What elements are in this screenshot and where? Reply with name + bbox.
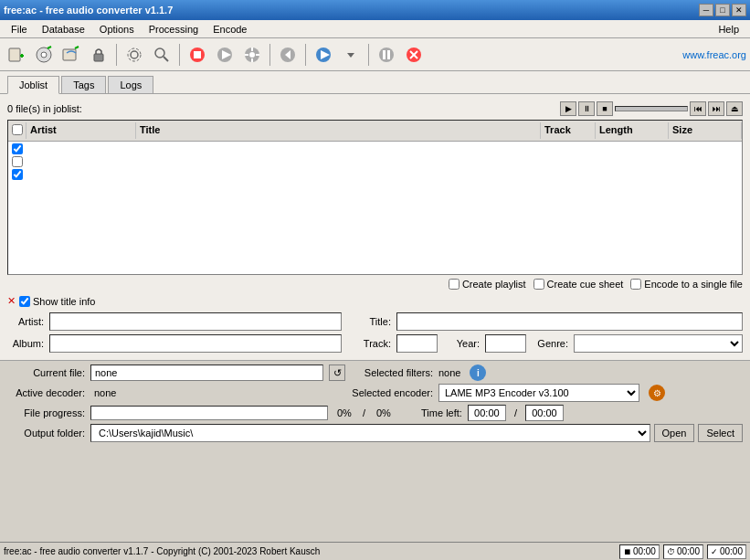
close-button[interactable]: ✕ [732, 4, 746, 16]
col-checkbox [8, 122, 26, 139]
encoder-select[interactable]: LAME MP3 Encoder v3.100 [438, 384, 639, 402]
create-playlist-label[interactable]: Create playlist [449, 279, 526, 290]
output-folder-select[interactable]: C:\Users\kajid\Music\ [90, 424, 650, 442]
time-icon-3: ✓ [711, 547, 718, 556]
separator-3 [269, 44, 270, 66]
status-bar-text: free:ac - free audio converter v1.1.7 - … [4, 546, 619, 556]
menu-options[interactable]: Options [92, 22, 142, 37]
svg-point-18 [249, 52, 255, 58]
artist-label: Artist: [7, 316, 44, 327]
joblist-controls: 0 file(s) in joblist: ▶ ⏸ ■ ⏮ ⏭ ⏏ [7, 98, 743, 120]
artist-title-row: Artist: Title: [7, 312, 743, 331]
add-cd-button[interactable] [31, 42, 57, 68]
menu-encode[interactable]: Encode [206, 22, 254, 37]
open-button[interactable]: Open [654, 424, 695, 442]
play-ctrl-button[interactable]: ▶ [560, 101, 576, 116]
encoder-config-button[interactable]: ⚙ [649, 385, 665, 401]
joblist-info: 0 file(s) in joblist: [7, 103, 556, 114]
show-title-checkbox[interactable] [19, 296, 30, 307]
list-checkboxes [8, 142, 742, 182]
checkbox-1[interactable] [12, 143, 23, 154]
encode-down-button[interactable] [338, 42, 364, 68]
pause-ctrl-button[interactable]: ⏸ [578, 101, 595, 116]
stop-ctrl-button[interactable]: ■ [597, 101, 613, 116]
file-progress-row: File progress: 0% / 0% Time left: / [7, 405, 743, 421]
genre-label: Genre: [532, 338, 568, 349]
checkbox-2[interactable] [12, 156, 23, 167]
time-display-2: ⏱ 00:00 [663, 544, 703, 559]
svg-rect-21 [245, 54, 248, 56]
search-button[interactable] [149, 42, 174, 68]
svg-rect-22 [256, 54, 259, 56]
active-decoder-value: none [90, 387, 323, 398]
encode-play-button[interactable] [311, 42, 336, 68]
back-button[interactable] [275, 42, 301, 68]
lock-button[interactable] [86, 42, 111, 68]
eject-ctrl-button[interactable]: ⏏ [726, 101, 743, 116]
menu-database[interactable]: Database [35, 22, 92, 37]
album-input[interactable] [49, 334, 342, 353]
svg-point-9 [131, 51, 138, 58]
tab-joblist[interactable]: Joblist [7, 76, 59, 94]
settings-button[interactable] [121, 42, 147, 68]
active-decoder-label: Active decoder: [7, 387, 85, 398]
filters-info-button[interactable]: i [470, 365, 486, 381]
config-btn[interactable] [239, 42, 265, 68]
encode-single-checkbox[interactable] [630, 279, 641, 290]
current-file-row: Current file: ↺ Selected filters: none i [7, 365, 743, 381]
tab-logs[interactable]: Logs [108, 76, 153, 93]
title-input[interactable] [396, 312, 743, 331]
menu-processing[interactable]: Processing [142, 22, 206, 37]
artist-input[interactable] [49, 312, 342, 331]
time-value-3: 00:00 [720, 546, 743, 556]
add-url-button[interactable] [58, 42, 84, 68]
menu-help[interactable]: Help [711, 22, 746, 37]
checkbox-3[interactable] [12, 169, 23, 180]
play-controls: ▶ ⏸ ■ ⏮ ⏭ ⏏ [560, 101, 743, 116]
menu-file[interactable]: File [4, 22, 35, 37]
show-title-toggle-label[interactable]: Show title info [19, 296, 95, 307]
svg-point-11 [155, 48, 164, 58]
svg-point-28 [379, 48, 394, 62]
pause-button[interactable] [374, 42, 399, 68]
refresh-button[interactable]: ↺ [329, 365, 345, 381]
svg-rect-29 [383, 50, 386, 59]
separator-2 [179, 44, 180, 66]
time-display-3: ✓ 00:00 [707, 544, 746, 559]
menu-bar: File Database Options Processing Encode … [0, 20, 750, 38]
album-label: Album: [7, 338, 44, 349]
status-bar-times: ⏹ 00:00 ⏱ 00:00 ✓ 00:00 [619, 544, 746, 559]
create-cue-sheet-checkbox[interactable] [533, 279, 544, 290]
prev-ctrl-button[interactable]: ⏮ [690, 101, 706, 116]
track-input[interactable] [396, 334, 438, 353]
genre-select[interactable] [574, 334, 743, 353]
tab-tags[interactable]: Tags [61, 76, 106, 93]
encode-single-label[interactable]: Encode to a single file [630, 279, 743, 290]
title-info-form: Artist: Title: Album: Track: Year: Genre… [7, 312, 743, 353]
svg-line-12 [164, 57, 168, 61]
select-button[interactable]: Select [698, 424, 743, 442]
file-list: Artist Title Track Length Size [7, 120, 743, 275]
album-track-row: Album: Track: Year: Genre: [7, 334, 743, 353]
svg-line-7 [75, 47, 79, 48]
options-row: Create playlist Create cue sheet Encode … [7, 275, 743, 293]
next-ctrl-button[interactable]: ⏭ [708, 101, 724, 116]
website-link[interactable]: www.freac.org [682, 49, 746, 60]
total-percent: 0% [376, 407, 391, 418]
add-file-button[interactable] [4, 42, 29, 68]
stop-button[interactable] [185, 42, 210, 68]
play-button[interactable] [212, 42, 238, 68]
time-icon-2: ⏱ [667, 547, 675, 556]
year-input[interactable] [485, 334, 526, 353]
status-bar: free:ac - free audio converter v1.1.7 - … [0, 542, 750, 560]
minimize-button[interactable]: ─ [699, 4, 713, 16]
create-playlist-checkbox[interactable] [449, 279, 460, 290]
svg-marker-27 [347, 53, 354, 58]
create-cue-sheet-label[interactable]: Create cue sheet [533, 279, 624, 290]
svg-rect-19 [251, 48, 253, 51]
maximize-button[interactable]: □ [715, 4, 730, 16]
svg-rect-30 [387, 50, 390, 59]
select-all-checkbox[interactable] [12, 124, 23, 135]
abort-button[interactable] [401, 42, 427, 68]
time-left-input [468, 405, 506, 421]
